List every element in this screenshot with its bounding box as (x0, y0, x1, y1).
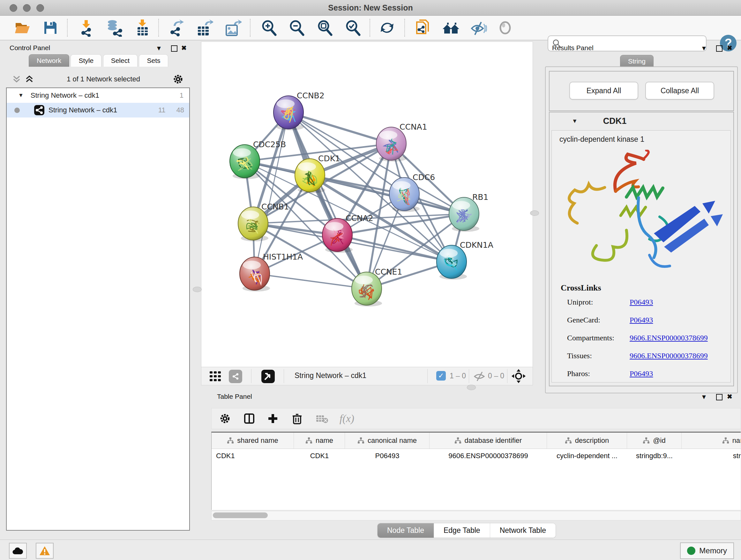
collapse-triangle-icon[interactable]: ▼ (18, 92, 23, 99)
tab-sets[interactable]: Sets (139, 54, 168, 67)
memory-label: Memory (699, 546, 727, 555)
add-column-icon[interactable] (264, 410, 282, 428)
save-session-icon[interactable] (41, 18, 60, 37)
collapse-all-icon[interactable] (12, 74, 21, 84)
home-icon[interactable] (441, 18, 461, 37)
memory-button[interactable]: Memory (680, 543, 734, 559)
zoom-selected-icon[interactable] (343, 18, 362, 37)
table-cell[interactable]: cyclin-dependent ... (547, 449, 627, 463)
collapse-triangle-icon[interactable]: ▼ (572, 118, 578, 125)
refresh-icon[interactable] (378, 18, 397, 37)
tab-network[interactable]: Network (29, 54, 69, 67)
open-session-icon[interactable] (13, 18, 32, 37)
show-all-eye-icon (495, 18, 515, 37)
crosslink-link[interactable]: P06493 (630, 298, 653, 307)
main-toolbar: ? (0, 16, 741, 40)
results-panel-title: Results Panel (552, 44, 594, 52)
export-image-icon[interactable] (223, 18, 242, 37)
column-type-icon (306, 437, 313, 444)
tab-network-table[interactable]: Network Table (490, 523, 556, 538)
horizontal-scrollbar[interactable] (211, 511, 741, 520)
float-panel-icon[interactable] (716, 394, 723, 400)
import-network-database-icon[interactable] (105, 18, 124, 37)
table-cell[interactable]: stringdb:9... (627, 449, 682, 463)
grid-view-icon[interactable] (209, 370, 222, 383)
tab-style[interactable]: Style (71, 54, 102, 67)
expand-all-button[interactable]: Expand All (569, 82, 638, 100)
network-view-toolbar: String Network – cdk1 ✓ 1 – 0 0 – 0 (201, 367, 533, 385)
node-label-CCNA1: CCNA1 (400, 122, 427, 132)
close-panel-icon[interactable]: ✖ (727, 44, 732, 52)
control-panel-tabs: Network Style Select Sets (29, 54, 168, 67)
results-panel: Results Panel ▼ ✖ String Expand All Coll… (542, 42, 741, 394)
birdseye-crosshair-icon[interactable] (512, 369, 526, 383)
node-table[interactable]: shared name name canonical name database… (211, 432, 741, 510)
open-in-new-window-icon[interactable] (261, 370, 275, 383)
crosslink-link[interactable]: P06493 (630, 369, 653, 378)
import-network-icon[interactable] (77, 18, 96, 37)
table-cell[interactable]: P06493 (345, 449, 429, 463)
node-label-CDC6: CDC6 (413, 173, 435, 182)
column-header[interactable]: description (547, 433, 627, 449)
crosslink-link[interactable]: P06493 (630, 316, 653, 324)
hide-selected-eye-icon[interactable] (468, 18, 488, 37)
export-table-icon[interactable] (195, 18, 214, 37)
column-header[interactable]: @id (627, 433, 682, 449)
column-header[interactable]: database identifier (429, 433, 547, 449)
cloud-button[interactable] (9, 543, 27, 559)
network-row[interactable]: String Network – cdk1 11 48 (7, 103, 189, 118)
zoom-in-icon[interactable] (259, 18, 279, 37)
protein-structure-image (558, 150, 724, 277)
collapse-all-button[interactable]: Collapse All (645, 82, 714, 100)
tab-select[interactable]: Select (103, 54, 138, 67)
column-header[interactable]: canonical name (345, 433, 429, 449)
float-panel-icon[interactable] (171, 45, 178, 52)
toolbar-separator (251, 369, 252, 383)
column-header[interactable]: name (294, 433, 345, 449)
toolbar-separator (250, 19, 251, 37)
gear-icon[interactable] (173, 74, 184, 84)
table-cell[interactable]: 9606.ENSP00000378699 (429, 449, 547, 463)
delete-table-icon (313, 410, 331, 428)
export-network-icon[interactable] (166, 18, 186, 37)
selected-checkbox-icon[interactable]: ✓ (436, 371, 446, 381)
warning-button[interactable] (36, 543, 54, 559)
network-canvas[interactable]: CCNB2CCNA1CDC25BCDK1CDC6RB1CCNB1CCNA2HIS… (201, 42, 532, 367)
cloud-icon (12, 547, 23, 555)
network-collection-row[interactable]: ▼ String Network – cdk1 1 (7, 88, 189, 103)
crosslink-link[interactable]: 9606.ENSP00000378699 (630, 334, 708, 342)
column-header[interactable]: shared name (212, 433, 294, 449)
left-splitter-handle[interactable] (193, 287, 202, 292)
zoom-out-icon[interactable] (287, 18, 307, 37)
tab-node-table[interactable]: Node Table (378, 523, 434, 538)
tab-string[interactable]: String (620, 55, 654, 67)
crosslink-link[interactable]: 9606.ENSP00000378699 (630, 352, 708, 360)
panel-menu-icon[interactable]: ▼ (701, 393, 707, 401)
table-row[interactable]: CDK1CDK1P064939606.ENSP00000378699cyclin… (212, 449, 741, 463)
panel-menu-icon[interactable]: ▼ (156, 45, 162, 52)
expand-all-icon[interactable] (24, 74, 34, 84)
network-list-toolbar: 1 of 1 Network selected (6, 71, 189, 87)
gene-description: cyclin-dependent kinase 1 (559, 135, 644, 144)
table-cell[interactable]: CDK1 (294, 449, 345, 463)
table-settings-gear-icon[interactable] (216, 410, 234, 428)
table-cell[interactable]: stringdb (682, 449, 741, 463)
column-header[interactable]: namespace (682, 433, 741, 449)
float-panel-icon[interactable] (716, 45, 723, 52)
zoom-fit-icon[interactable] (315, 18, 334, 37)
panel-menu-icon[interactable]: ▼ (701, 45, 707, 52)
results-panel-tabs: String (620, 55, 654, 67)
table-cell[interactable]: CDK1 (212, 449, 294, 463)
clone-network-icon[interactable] (414, 18, 433, 37)
tab-edge-table[interactable]: Edge Table (434, 523, 490, 538)
crosslink-row: Pharos: P06493 (567, 369, 727, 387)
scrollbar-thumb[interactable] (213, 512, 268, 518)
import-table-icon[interactable] (133, 18, 152, 37)
close-panel-icon[interactable]: ✖ (727, 393, 732, 400)
delete-column-trash-icon[interactable] (288, 410, 306, 428)
show-columns-icon[interactable] (240, 410, 258, 428)
right-splitter-handle[interactable] (530, 210, 539, 216)
string-share-icon[interactable] (229, 370, 242, 383)
close-panel-icon[interactable]: ✖ (181, 44, 187, 52)
gene-header[interactable]: ▼ CDK1 (549, 112, 733, 130)
